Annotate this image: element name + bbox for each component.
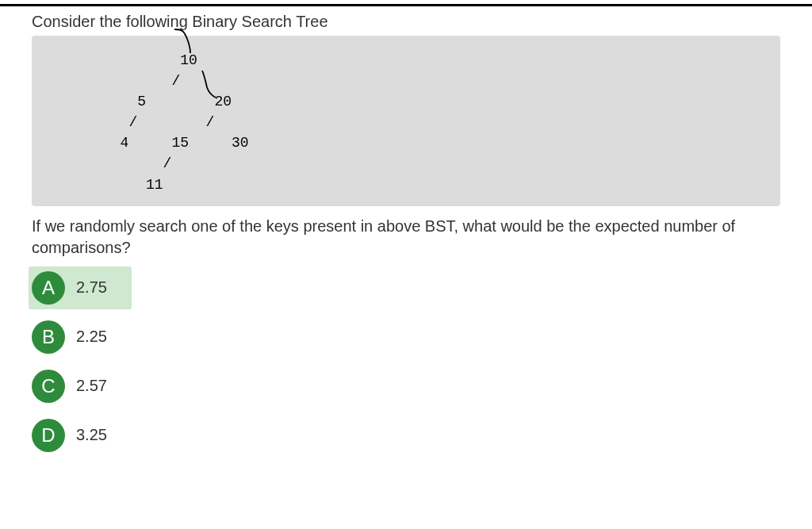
option-letter-badge: A — [32, 271, 65, 305]
answer-option-d[interactable]: D 3.25 — [32, 419, 780, 452]
answer-options: A 2.75 B 2.25 C 2.57 D 3.25 — [32, 271, 780, 452]
bst-ascii-art: 10 / 5 20 / / 4 15 30 / 11 — [32, 50, 780, 195]
question-container: Consider the following Binary Search Tre… — [0, 6, 812, 460]
option-letter-badge: C — [32, 370, 65, 403]
option-text: 2.25 — [76, 328, 107, 346]
answer-option-a[interactable]: A 2.75 — [32, 271, 780, 305]
option-text: 2.75 — [76, 278, 107, 297]
option-letter-badge: B — [32, 320, 65, 354]
answer-option-b[interactable]: B 2.25 — [32, 320, 780, 354]
question-text: If we randomly search one of the keys pr… — [32, 216, 780, 259]
option-text: 3.25 — [76, 426, 107, 444]
question-intro-text: Consider the following Binary Search Tre… — [32, 13, 780, 31]
option-letter-badge: D — [32, 419, 65, 452]
bst-diagram-box: 10 / 5 20 / / 4 15 30 / 11 — [32, 36, 780, 206]
option-text: 2.57 — [76, 377, 107, 395]
answer-option-c[interactable]: C 2.57 — [32, 370, 780, 403]
